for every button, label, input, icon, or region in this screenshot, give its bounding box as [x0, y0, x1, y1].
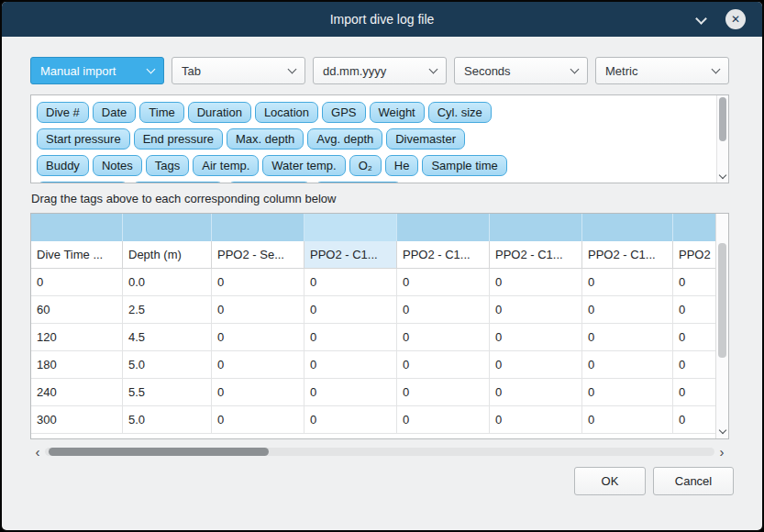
column-header[interactable]: PPO2 - C1... [397, 241, 490, 268]
tag-buddy[interactable]: Buddy [37, 155, 89, 176]
table-cell[interactable]: 0 [212, 324, 304, 351]
table-cell[interactable]: 0 [304, 379, 397, 406]
table-cell[interactable]: 0 [304, 296, 397, 324]
table-cell[interactable]: 0 [212, 296, 304, 324]
drop-target-cell[interactable] [673, 214, 716, 241]
scroll-down-icon[interactable] [719, 172, 726, 179]
scrollbar-handle[interactable] [49, 448, 269, 456]
column-header[interactable]: PPO2 - C1... [582, 241, 673, 268]
table-cell[interactable]: 0 [673, 406, 716, 434]
table-cell[interactable]: 0 [490, 351, 582, 379]
table-cell[interactable]: 0 [582, 269, 673, 296]
table-cell[interactable]: 0 [31, 269, 123, 296]
tag-time[interactable]: Time [139, 102, 183, 123]
scrollbar-handle[interactable] [719, 97, 726, 141]
scroll-right-icon[interactable]: › [714, 446, 729, 459]
table-cell[interactable]: 60 [31, 296, 123, 324]
ok-button[interactable]: OK [574, 467, 646, 495]
tag-notes[interactable]: Notes [93, 155, 142, 176]
table-vertical-scrollbar[interactable] [715, 214, 728, 438]
table-cell[interactable]: 0 [582, 351, 673, 379]
table-cell[interactable]: 240 [31, 379, 123, 406]
tag-sample-depth[interactable]: Sample depth [37, 182, 128, 183]
table-cell[interactable]: 0 [673, 269, 716, 296]
table-cell[interactable]: 0 [673, 351, 716, 379]
combo-time-units[interactable]: Seconds [454, 57, 588, 84]
column-header[interactable]: PPO2 [673, 241, 716, 268]
table-cell[interactable]: 0 [397, 296, 490, 324]
table-cell[interactable]: 0 [212, 351, 304, 379]
table-cell[interactable]: 5.5 [123, 379, 212, 406]
table-cell[interactable]: 180 [31, 351, 123, 379]
tag-end-pressure[interactable]: End pressure [134, 128, 223, 150]
table-cell[interactable]: 0 [490, 269, 582, 296]
drop-target-cell[interactable] [490, 214, 582, 241]
tag-max-depth[interactable]: Max. depth [227, 128, 304, 150]
tag-divemaster[interactable]: Divemaster [386, 128, 465, 150]
table-cell[interactable]: 0 [582, 406, 673, 434]
tag-sample-po[interactable]: Sample pO₂ [227, 182, 310, 183]
table-cell[interactable]: 0.0 [123, 269, 212, 296]
drop-target-cell[interactable] [397, 214, 490, 241]
table-cell[interactable]: 0 [304, 269, 397, 296]
tag-weight[interactable]: Weight [370, 102, 425, 123]
table-cell[interactable]: 0 [582, 379, 673, 406]
table-cell[interactable]: 0 [304, 406, 397, 434]
column-header[interactable]: PPO2 - C1... [490, 241, 582, 268]
tag-cyl-size[interactable]: Cyl. size [428, 102, 492, 123]
table-cell[interactable]: 0 [490, 296, 582, 324]
table-cell[interactable]: 5.0 [123, 406, 212, 434]
table-cell[interactable]: 0 [397, 406, 490, 434]
combo-units-system[interactable]: Metric [595, 57, 729, 84]
tag-start-pressure[interactable]: Start pressure [37, 128, 130, 150]
drop-target-cell[interactable] [582, 214, 673, 241]
tag-tags[interactable]: Tags [146, 155, 189, 176]
combo-date-format[interactable]: dd.mm.yyyy [313, 57, 447, 84]
close-button[interactable]: ✕ [725, 9, 746, 29]
tag-air-temp[interactable]: Air temp. [193, 155, 259, 176]
table-cell[interactable]: 300 [31, 406, 123, 434]
table-cell[interactable]: 2.5 [123, 296, 212, 324]
tag-duration[interactable]: Duration [188, 102, 251, 123]
table-cell[interactable]: 0 [304, 351, 397, 379]
table-cell[interactable]: 4.5 [123, 324, 212, 351]
table-cell[interactable]: 0 [397, 324, 490, 351]
table-cell[interactable]: 5.0 [123, 351, 212, 379]
tag-gps[interactable]: GPS [322, 102, 365, 123]
tag-location[interactable]: Location [255, 102, 318, 123]
tag-water-temp[interactable]: Water temp. [262, 155, 345, 176]
tag-dive[interactable]: Dive # [37, 102, 89, 123]
tag-avg-depth[interactable]: Avg. depth [307, 128, 382, 150]
scrollbar-handle[interactable] [718, 243, 726, 358]
drop-target-cell[interactable] [31, 214, 123, 241]
tag-o[interactable]: O₂ [349, 155, 382, 176]
tagpool-vertical-scrollbar[interactable] [716, 95, 728, 183]
table-cell[interactable]: 0 [490, 324, 582, 351]
scrollbar-track[interactable] [45, 448, 714, 456]
table-cell[interactable]: 0 [212, 406, 304, 434]
tag-date[interactable]: Date [93, 102, 136, 123]
cancel-button[interactable]: Cancel [653, 467, 734, 495]
tag-sample-cns[interactable]: Sample CNS [315, 182, 402, 183]
combo-field-separator[interactable]: Tab [172, 57, 305, 84]
scroll-left-icon[interactable]: ‹ [30, 446, 45, 459]
table-cell[interactable]: 0 [397, 379, 490, 406]
table-horizontal-scrollbar[interactable]: ‹ › [30, 445, 729, 459]
combo-import-type[interactable]: Manual import [30, 57, 164, 84]
drop-target-cell[interactable] [123, 214, 212, 241]
table-cell[interactable]: 0 [582, 324, 673, 351]
table-cell[interactable]: 0 [490, 406, 582, 434]
tag-sample-temp[interactable]: Sample temp. [132, 182, 224, 183]
table-cell[interactable]: 0 [490, 379, 582, 406]
table-cell[interactable]: 0 [673, 379, 716, 406]
tag-he[interactable]: He [385, 155, 419, 176]
table-cell[interactable]: 0 [673, 296, 716, 324]
titlebar[interactable]: Import dive log file ✕ [2, 2, 762, 37]
drop-target-cell[interactable] [304, 214, 397, 241]
table-cell[interactable]: 0 [212, 379, 304, 406]
drop-target-cell[interactable] [212, 214, 304, 241]
column-header[interactable]: PPO2 - Se... [212, 241, 304, 268]
column-header[interactable]: Dive Time ... [31, 241, 123, 268]
column-header[interactable]: PPO2 - C1... [304, 241, 397, 268]
table-cell[interactable]: 120 [31, 324, 123, 351]
